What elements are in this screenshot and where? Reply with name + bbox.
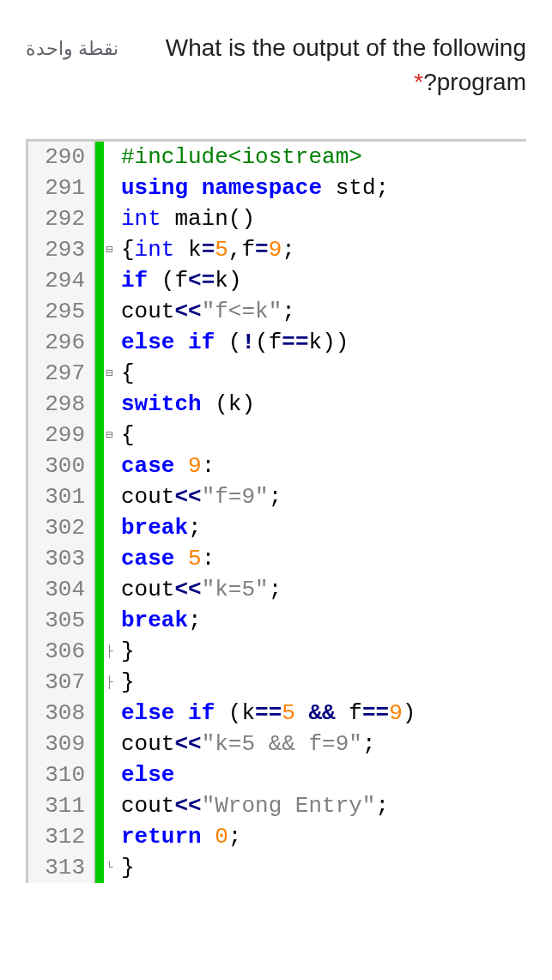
line-number: 309 — [28, 729, 95, 759]
line-number: 292 — [28, 203, 95, 234]
code-line: 306├} — [28, 636, 526, 667]
change-marker — [95, 543, 104, 574]
code-content: {int k=5,f=9; — [119, 234, 526, 265]
fold-icon[interactable]: ⊟ — [104, 234, 119, 265]
change-marker — [95, 698, 104, 729]
code-line: 304cout<<"k=5"; — [28, 574, 526, 605]
fold-icon[interactable]: ├ — [104, 667, 119, 698]
fold-icon — [104, 790, 119, 821]
code-line: 299⊟{ — [28, 420, 526, 451]
change-marker — [95, 636, 104, 667]
code-content: } — [119, 667, 526, 698]
code-line: 296else if (!(f==k)) — [28, 327, 526, 358]
required-asterisk: * — [414, 69, 423, 95]
code-line: 303case 5: — [28, 543, 526, 574]
change-marker — [95, 420, 104, 451]
line-number: 307 — [28, 667, 95, 698]
code-content: using namespace std; — [119, 172, 526, 203]
change-marker — [95, 512, 104, 543]
fold-icon[interactable]: ⊟ — [104, 358, 119, 389]
line-number: 299 — [28, 420, 95, 451]
line-number: 297 — [28, 358, 95, 389]
code-content: break; — [119, 512, 526, 543]
line-number: 312 — [28, 821, 95, 852]
line-number: 303 — [28, 543, 95, 574]
change-marker — [95, 821, 104, 852]
change-marker — [95, 296, 104, 327]
code-line: 298switch (k) — [28, 389, 526, 420]
code-line: 312return 0; — [28, 821, 526, 852]
line-number: 313 — [28, 852, 95, 883]
question-line-1: What is the output of the following — [136, 34, 526, 62]
code-content: return 0; — [119, 821, 526, 852]
fold-icon — [104, 296, 119, 327]
code-line: 294if (f<=k) — [28, 265, 526, 296]
code-content: cout<<"k=5"; — [119, 574, 526, 605]
fold-icon — [104, 574, 119, 605]
code-content: } — [119, 852, 526, 883]
change-marker — [95, 142, 104, 172]
change-marker — [95, 852, 104, 883]
code-line: 310else — [28, 759, 526, 790]
fold-icon[interactable]: ├ — [104, 636, 119, 667]
line-number: 304 — [28, 574, 95, 605]
fold-icon — [104, 759, 119, 790]
change-marker — [95, 265, 104, 296]
change-marker — [95, 481, 104, 512]
fold-icon — [104, 451, 119, 481]
change-marker — [95, 759, 104, 790]
change-marker — [95, 172, 104, 203]
change-marker — [95, 389, 104, 420]
code-content: case 5: — [119, 543, 526, 574]
code-content: break; — [119, 605, 526, 636]
code-content: int main() — [119, 203, 526, 234]
points-label: نقطة واحدة — [26, 34, 118, 60]
fold-icon — [104, 203, 119, 234]
code-line: 297⊟{ — [28, 358, 526, 389]
line-number: 301 — [28, 481, 95, 512]
code-line: 300case 9: — [28, 451, 526, 481]
line-number: 311 — [28, 790, 95, 821]
fold-icon[interactable]: ⊟ — [104, 420, 119, 451]
line-number: 305 — [28, 605, 95, 636]
change-marker — [95, 790, 104, 821]
question-text: What is the output of the following prog… — [136, 34, 526, 96]
line-number: 290 — [28, 142, 95, 172]
code-line: 305break; — [28, 605, 526, 636]
code-content: cout<<"Wrong Entry"; — [119, 790, 526, 821]
fold-icon — [104, 729, 119, 759]
change-marker — [95, 729, 104, 759]
fold-icon[interactable]: └ — [104, 852, 119, 883]
change-marker — [95, 358, 104, 389]
code-line: 313└} — [28, 852, 526, 883]
change-marker — [95, 667, 104, 698]
change-marker — [95, 574, 104, 605]
change-marker — [95, 605, 104, 636]
fold-icon — [104, 389, 119, 420]
code-line: 302break; — [28, 512, 526, 543]
code-content: else — [119, 759, 526, 790]
code-content: #include<iostream> — [119, 142, 526, 172]
code-content: cout<<"f<=k"; — [119, 296, 526, 327]
change-marker — [95, 451, 104, 481]
line-number: 293 — [28, 234, 95, 265]
line-number: 296 — [28, 327, 95, 358]
code-line: 301cout<<"f=9"; — [28, 481, 526, 512]
line-number: 308 — [28, 698, 95, 729]
code-editor: 290#include<iostream>291using namespace … — [26, 139, 526, 883]
code-content: cout<<"f=9"; — [119, 481, 526, 512]
line-number: 306 — [28, 636, 95, 667]
fold-icon — [104, 512, 119, 543]
code-line: 293⊟{int k=5,f=9; — [28, 234, 526, 265]
code-line: 292int main() — [28, 203, 526, 234]
code-content: { — [119, 358, 526, 389]
line-number: 300 — [28, 451, 95, 481]
code-line: 311cout<<"Wrong Entry"; — [28, 790, 526, 821]
code-content: cout<<"k=5 && f=9"; — [119, 729, 526, 759]
fold-icon — [104, 481, 119, 512]
code-line: 308else if (k==5 && f==9) — [28, 698, 526, 729]
fold-icon — [104, 605, 119, 636]
code-line: 295cout<<"f<=k"; — [28, 296, 526, 327]
code-content: { — [119, 420, 526, 451]
change-marker — [95, 234, 104, 265]
